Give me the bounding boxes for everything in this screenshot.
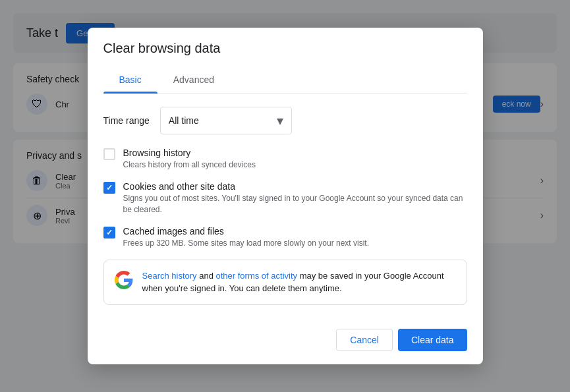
cached-images-desc: Frees up 320 MB. Some sites may load mor…: [123, 238, 467, 249]
time-range-value: All time: [169, 115, 277, 126]
time-range-row: Time range All time ▾: [103, 107, 467, 134]
clear-browsing-dialog: Clear browsing data Basic Advanced Time …: [88, 28, 483, 364]
cached-images-checkbox[interactable]: [103, 227, 115, 238]
dialog-body: Time range All time ▾ Browsing history C…: [88, 94, 483, 320]
cached-images-row: Cached images and files Frees up 320 MB.…: [103, 226, 467, 249]
time-range-select[interactable]: All time ▾: [160, 107, 292, 134]
cached-images-label: Cached images and files: [123, 226, 467, 237]
browsing-history-checkbox[interactable]: [103, 148, 115, 160]
dialog-tabs: Basic Advanced: [103, 67, 467, 94]
cached-images-content: Cached images and files Frees up 320 MB.…: [123, 226, 467, 249]
search-history-link[interactable]: Search history: [142, 271, 197, 281]
cookies-desc: Signs you out of most sites. You'll stay…: [123, 193, 467, 215]
google-g-icon: [115, 271, 133, 289]
info-text-middle: and: [197, 271, 216, 281]
info-text: Search history and other forms of activi…: [142, 269, 456, 295]
browsing-history-label: Browsing history: [123, 148, 467, 158]
time-range-label: Time range: [103, 115, 150, 126]
browsing-history-desc: Clears history from all synced devices: [123, 159, 467, 171]
cookies-checkbox[interactable]: [103, 182, 115, 194]
info-box: Search history and other forms of activi…: [103, 260, 467, 305]
dialog-footer: Cancel Clear data: [88, 321, 483, 364]
modal-overlay: Clear browsing data Basic Advanced Time …: [0, 0, 570, 392]
cookies-label: Cookies and other site data: [123, 181, 467, 192]
tab-basic[interactable]: Basic: [103, 67, 157, 93]
tab-advanced[interactable]: Advanced: [157, 67, 230, 93]
dropdown-arrow-icon: ▾: [277, 113, 283, 128]
cookies-content: Cookies and other site data Signs you ou…: [123, 181, 467, 215]
browsing-history-content: Browsing history Clears history from all…: [123, 148, 467, 171]
dialog-header: Clear browsing data Basic Advanced: [88, 28, 483, 94]
dialog-title: Clear browsing data: [103, 41, 467, 56]
other-activity-link[interactable]: other forms of activity: [216, 271, 298, 281]
browsing-history-row: Browsing history Clears history from all…: [103, 148, 467, 171]
clear-data-button[interactable]: Clear data: [398, 329, 467, 351]
cookies-row: Cookies and other site data Signs you ou…: [103, 181, 467, 215]
cancel-button[interactable]: Cancel: [336, 329, 393, 351]
